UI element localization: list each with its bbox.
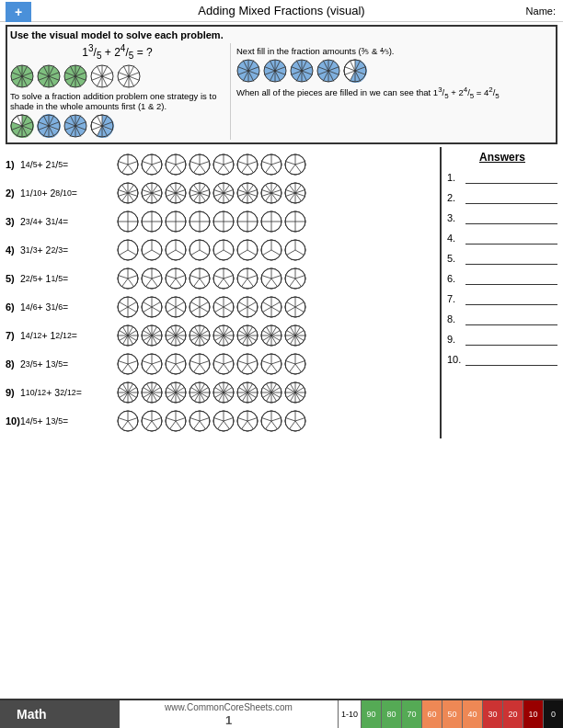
- example-circle-r1: [236, 59, 260, 83]
- problem-circle: [165, 410, 187, 432]
- problem-circle: [284, 296, 306, 318]
- problem-circle: [284, 210, 306, 233]
- problem-circles-7: [117, 324, 306, 347]
- problem-num-8: 8): [6, 358, 20, 370]
- problem-circle: [141, 210, 163, 233]
- footer-page: 1: [225, 713, 232, 727]
- problem-circle: [236, 154, 259, 176]
- problem-equation-3: 23/4 + 31/4 =: [20, 216, 117, 227]
- example-circle-partial-mix: [90, 114, 114, 138]
- answer-blank-3: [465, 211, 557, 224]
- problem-circle: [236, 267, 259, 290]
- problem-circle: [141, 239, 163, 261]
- problem-circle: [236, 410, 259, 432]
- problem-circle: [141, 154, 163, 176]
- instructions-inner: 13/5 + 24/5 = ?: [10, 43, 553, 140]
- math-label-text: Math: [17, 707, 47, 722]
- instr-right-conclusion: When all of the pieces are filled in we …: [236, 85, 553, 100]
- score-90: 90: [361, 700, 381, 728]
- problem-circle: [236, 296, 259, 318]
- example-circle: [117, 64, 141, 88]
- problem-circle: [117, 182, 139, 204]
- answer-num-9: 9.: [447, 334, 465, 345]
- instructions-box: Use the visual model to solve each probl…: [6, 25, 557, 144]
- problem-circle: [141, 267, 163, 290]
- problem-circle: [260, 239, 282, 261]
- score-30: 30: [482, 700, 502, 728]
- problem-circles-10: [117, 410, 306, 432]
- answer-line-6: 6.: [447, 272, 557, 285]
- problem-circle: [260, 154, 282, 176]
- problem-circle: [260, 353, 282, 375]
- problem-equation-1: 14/5 + 21/5 =: [20, 159, 117, 170]
- problem-circle: [165, 239, 187, 261]
- problem-equation-5: 22/5 + 11/5 =: [20, 273, 117, 284]
- problem-circle: [236, 182, 259, 204]
- problem-equation-10: 14/5 + 13/5 =: [20, 415, 117, 427]
- problem-circle: [141, 182, 163, 204]
- problem-circle: [189, 239, 211, 261]
- score-20: 20: [502, 700, 523, 728]
- problem-circles-8: [117, 353, 306, 375]
- problem-circle: [284, 324, 306, 347]
- problem-circle: [117, 324, 139, 347]
- answer-num-3: 3.: [447, 212, 465, 223]
- problem-circle: [260, 296, 282, 318]
- example-circle-partial: [10, 114, 34, 138]
- example-circle-full-blue: [63, 114, 87, 138]
- footer-center: www.CommonCoreSheets.com 1: [120, 700, 338, 728]
- problem-circle: [213, 182, 235, 204]
- problem-num-1: 1): [6, 159, 20, 170]
- name-label: Name:: [526, 6, 556, 17]
- answer-blank-5: [465, 252, 557, 265]
- example-circle: [90, 64, 114, 88]
- problem-row-4: 4)31/3 + 22/3 =: [6, 237, 434, 263]
- answer-line-1: 1.: [447, 171, 557, 184]
- problem-circle: [165, 324, 187, 347]
- problem-circle: [141, 324, 163, 347]
- problem-circle: [141, 410, 163, 432]
- problem-circle: [141, 296, 163, 318]
- page-title: Adding Mixed Fractions (visual): [198, 4, 364, 17]
- footer-scores: 1-10 90 80 70 60 50 40 30 20 10 0: [338, 700, 563, 728]
- problem-equation-9: 110/12 + 32/12 =: [20, 387, 117, 398]
- example-circle: [10, 64, 34, 88]
- example-circles-right: [236, 59, 553, 83]
- logo: +: [6, 2, 31, 22]
- problem-circle: [189, 182, 211, 204]
- problem-equation-2: 11/10 + 28/10 =: [20, 188, 117, 199]
- problem-num-2: 2): [6, 188, 20, 199]
- problem-circle: [189, 210, 211, 233]
- problem-circles-2: [117, 182, 306, 204]
- example-circle: [37, 64, 61, 88]
- example-circle-r2: [263, 59, 287, 83]
- score-0: 0: [543, 700, 563, 728]
- answer-blank-4: [465, 232, 557, 245]
- problem-circle: [236, 324, 259, 347]
- answer-blank-10: [465, 353, 557, 366]
- problem-circle: [213, 381, 235, 404]
- problem-circle: [284, 353, 306, 375]
- problem-circle: [165, 381, 187, 404]
- answers-area: Answers 1.2.3.4.5.6.7.8.9.10.: [440, 147, 563, 438]
- instr-text-left: To solve a fraction addition problem one…: [10, 91, 224, 111]
- example-circle-r5: [343, 59, 367, 83]
- problem-circle: [165, 353, 187, 375]
- example-equation: 13/5 + 24/5 = ?: [10, 43, 224, 61]
- problem-circle: [117, 381, 139, 404]
- answers-title: Answers: [447, 151, 557, 164]
- problem-circle: [260, 267, 282, 290]
- problem-num-9: 9): [6, 387, 20, 398]
- answer-line-9: 9.: [447, 333, 557, 346]
- problem-circle: [189, 324, 211, 347]
- problem-circles-5: [117, 267, 306, 290]
- answer-num-1: 1.: [447, 172, 465, 183]
- problem-circle: [236, 210, 259, 233]
- problem-circle: [260, 410, 282, 432]
- example-circle-r3: [290, 59, 314, 83]
- problem-circle: [284, 410, 306, 432]
- problem-circle: [189, 154, 211, 176]
- problem-circle: [165, 267, 187, 290]
- answer-line-4: 4.: [447, 232, 557, 245]
- problem-num-5: 5): [6, 273, 20, 284]
